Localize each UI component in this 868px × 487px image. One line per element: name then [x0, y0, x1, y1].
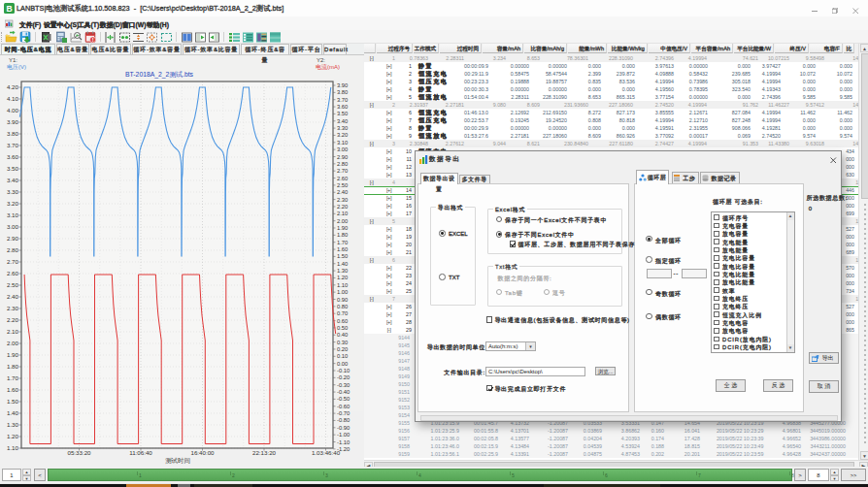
svg-text:1.30: 1.30 [337, 268, 348, 274]
svg-text:3.50: 3.50 [7, 165, 19, 172]
svg-text:3.00: 3.00 [337, 146, 348, 152]
svg-text:0.70: 0.70 [337, 310, 348, 316]
svg-text:B: B [6, 4, 12, 14]
svg-text:2.50: 2.50 [7, 281, 19, 288]
svg-text:!: ! [92, 37, 94, 43]
svg-text:1.20: 1.20 [337, 275, 348, 280]
svg-text:3.50: 3.50 [337, 111, 348, 116]
svg-text:-0.10: -0.10 [337, 368, 350, 373]
svg-text:3.40: 3.40 [7, 177, 19, 183]
svg-text:2.10: 2.10 [337, 211, 348, 216]
svg-text:0.30: 0.30 [337, 340, 348, 345]
svg-text:3.30: 3.30 [337, 125, 348, 131]
svg-text:3.20: 3.20 [7, 200, 19, 207]
svg-text:1.60: 1.60 [7, 386, 19, 393]
svg-text:2.90: 2.90 [7, 235, 19, 242]
svg-text:3.40: 3.40 [337, 118, 348, 124]
svg-text:1.00: 1.00 [337, 289, 348, 295]
svg-text:2.20: 2.20 [7, 316, 19, 323]
svg-text:1.70: 1.70 [337, 240, 348, 245]
svg-text:2.60: 2.60 [337, 176, 348, 181]
svg-text:1.80: 1.80 [7, 363, 19, 370]
svg-text:0.60: 0.60 [337, 318, 348, 324]
svg-text:3.10: 3.10 [337, 140, 348, 146]
svg-text:2.50: 2.50 [337, 182, 348, 188]
svg-text:2.70: 2.70 [7, 258, 19, 265]
svg-text:1.10: 1.10 [337, 282, 348, 288]
svg-text:3.70: 3.70 [7, 142, 19, 148]
svg-text:2.70: 2.70 [337, 168, 348, 174]
svg-text:2.40: 2.40 [337, 189, 348, 195]
svg-text:-1.00: -1.00 [337, 432, 350, 438]
svg-text:测试时间: 测试时间 [165, 457, 190, 465]
svg-text:1.40: 1.40 [7, 409, 19, 416]
svg-text:-0.20: -0.20 [337, 374, 350, 380]
svg-text:4.00: 4.00 [7, 107, 19, 114]
svg-text:-0.80: -0.80 [337, 417, 350, 423]
svg-text:Y2:: Y2: [317, 57, 325, 63]
svg-text:2.40: 2.40 [7, 293, 19, 300]
svg-text:2.30: 2.30 [337, 197, 348, 203]
svg-text:3.90: 3.90 [337, 82, 348, 88]
svg-text:1.90: 1.90 [337, 225, 348, 231]
svg-text:3.80: 3.80 [337, 89, 348, 95]
svg-text:1.80: 1.80 [337, 232, 348, 238]
svg-text:0.90: 0.90 [337, 297, 348, 303]
svg-text:4.20: 4.20 [7, 83, 19, 90]
svg-text:1.90: 1.90 [7, 351, 19, 358]
svg-text:-0.30: -0.30 [337, 382, 350, 388]
svg-text:0.80: 0.80 [337, 304, 348, 309]
svg-text:2.20: 2.20 [337, 204, 348, 210]
svg-text:3.70: 3.70 [337, 97, 348, 103]
svg-text:-1.10: -1.10 [337, 439, 350, 445]
svg-text:2.00: 2.00 [7, 340, 19, 346]
svg-text:2.90: 2.90 [337, 154, 348, 160]
svg-text:1.50: 1.50 [7, 398, 19, 405]
svg-text:3.20: 3.20 [337, 132, 348, 138]
svg-text:BT-2018A_2_2测试.bts: BT-2018A_2_2测试.bts [125, 71, 193, 79]
svg-text:3.80: 3.80 [7, 130, 19, 137]
svg-text:4.10: 4.10 [7, 95, 19, 102]
svg-text:0.40: 0.40 [337, 332, 348, 338]
svg-text:2.10: 2.10 [7, 328, 19, 335]
svg-text:1.30: 1.30 [7, 421, 19, 428]
svg-text:-0.90: -0.90 [337, 425, 350, 431]
svg-text:电压(V): 电压(V) [7, 63, 26, 70]
svg-text:3.60: 3.60 [337, 104, 348, 110]
svg-text:3.30: 3.30 [7, 188, 19, 195]
svg-text:电流(mA): 电流(mA) [316, 63, 340, 71]
svg-text:2.60: 2.60 [7, 270, 19, 276]
svg-text:0.50: 0.50 [337, 325, 348, 331]
svg-text:-0.40: -0.40 [337, 389, 350, 395]
svg-text:-0.60: -0.60 [337, 404, 350, 409]
svg-text:2.30: 2.30 [7, 305, 19, 311]
svg-text:1.50: 1.50 [337, 253, 348, 259]
svg-text:3.60: 3.60 [7, 153, 19, 160]
svg-text:2.80: 2.80 [337, 161, 348, 167]
svg-text:-0.50: -0.50 [337, 396, 350, 402]
svg-text:-0.70: -0.70 [337, 410, 350, 416]
svg-text:1.70: 1.70 [7, 374, 19, 381]
svg-text:3.10: 3.10 [7, 211, 19, 218]
svg-text:0.20: 0.20 [337, 346, 348, 352]
svg-text:0.10: 0.10 [337, 353, 348, 359]
svg-text:0.00: 0.00 [337, 361, 348, 367]
svg-text:2.80: 2.80 [7, 246, 19, 253]
svg-text:1.60: 1.60 [337, 246, 348, 252]
svg-text:3.90: 3.90 [7, 118, 19, 125]
svg-text:1.20: 1.20 [7, 433, 19, 439]
svg-text:Y1:: Y1: [9, 57, 17, 63]
svg-text:3.00: 3.00 [7, 223, 19, 230]
svg-text:1.40: 1.40 [337, 261, 348, 267]
svg-text:2.00: 2.00 [337, 218, 348, 224]
svg-text:1.10: 1.10 [7, 444, 19, 451]
